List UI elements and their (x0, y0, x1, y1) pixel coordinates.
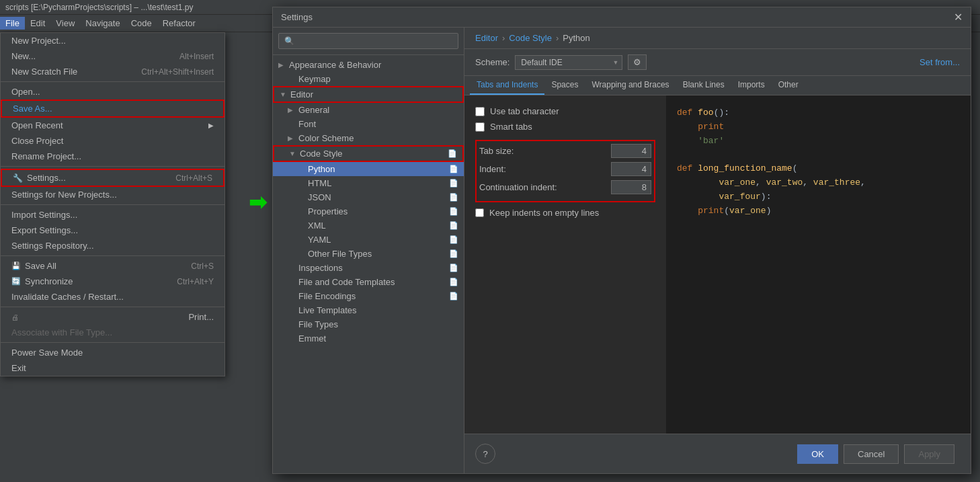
code-line-8: print(var_one) (677, 204, 960, 218)
menu-settings-repo[interactable]: Settings Repository... (1, 238, 224, 253)
smart-tabs-checkbox[interactable] (475, 122, 485, 132)
xml-copy-icon: 📄 (449, 221, 458, 230)
tree-item-general[interactable]: ▶ General (273, 103, 464, 117)
tree-item-appearance[interactable]: ▶ Appearance & Behavior (273, 58, 464, 72)
menu-file[interactable]: File (0, 17, 25, 30)
continuation-input[interactable] (611, 180, 651, 194)
smart-tabs-label: Smart tabs (490, 122, 532, 132)
menu-save-as[interactable]: Save As... (1, 99, 224, 118)
set-from-button[interactable]: Set from... (920, 57, 960, 67)
tree-item-json[interactable]: JSON 📄 (273, 190, 464, 204)
breadcrumb-sep-2: › (556, 33, 559, 43)
print-icon: 🖨 (11, 313, 19, 321)
save-all-icon: 💾 (11, 262, 21, 270)
tree-item-font[interactable]: Font (273, 117, 464, 131)
keep-indents-checkbox[interactable] (475, 208, 484, 217)
tree-item-file-encodings[interactable]: File Encodings 📄 (273, 289, 464, 303)
tree-item-live-templates[interactable]: Live Templates (273, 303, 464, 317)
tree-item-keymap[interactable]: Keymap (273, 72, 464, 86)
continuation-row: Continuation indent: (479, 180, 651, 194)
tree-item-editor[interactable]: ▼ Editor (273, 86, 464, 103)
settings-tabs: Tabs and Indents Spaces Wrapping and Bra… (464, 76, 971, 95)
tree-item-emmet[interactable]: Emmet (273, 331, 464, 346)
inspections-copy-icon: 📄 (449, 264, 458, 272)
continuation-label: Continuation indent: (479, 182, 611, 192)
menu-save-all[interactable]: 💾 Save All Ctrl+S (1, 258, 224, 274)
breadcrumb-python: Python (563, 33, 589, 43)
breadcrumb-code-style[interactable]: Code Style (509, 33, 552, 43)
indent-label: Indent: (479, 164, 611, 174)
indent-panel: Use tab character Smart tabs Tab size: (464, 95, 666, 434)
sync-icon: 🔄 (11, 277, 21, 286)
tab-wrapping[interactable]: Wrapping and Braces (585, 76, 676, 95)
tab-imports[interactable]: Imports (731, 76, 772, 95)
menu-synchronize[interactable]: 🔄 Synchronize Ctrl+Alt+Y (1, 274, 224, 289)
menu-close-project[interactable]: Close Project (1, 133, 224, 149)
menu-settings-new[interactable]: Settings for New Projects... (1, 187, 224, 202)
indent-input[interactable] (611, 162, 651, 176)
tree-item-python[interactable]: Python 📄 (273, 162, 464, 176)
settings-close-button[interactable]: ✕ (954, 11, 963, 24)
apply-button[interactable]: Apply (904, 444, 954, 464)
divider-2 (1, 166, 224, 167)
breadcrumb-editor[interactable]: Editor (475, 33, 498, 43)
scheme-gear-button[interactable]: ⚙ (628, 54, 647, 70)
expand-icon-code-style: ▼ (289, 150, 298, 157)
settings-search-input[interactable] (278, 33, 458, 49)
menu-power-save[interactable]: Power Save Mode (1, 345, 224, 360)
expand-icon-color-scheme: ▶ (288, 134, 297, 142)
menu-refactor[interactable]: Refactor (157, 17, 201, 30)
settings-right-panel: Editor › Code Style › Python Scheme: Def… (464, 28, 971, 473)
menu-new-project[interactable]: New Project... (1, 33, 224, 48)
tab-tabs-indents[interactable]: Tabs and Indents (470, 76, 544, 95)
cancel-button[interactable]: Cancel (844, 444, 899, 464)
tree-item-color-scheme[interactable]: ▶ Color Scheme (273, 131, 464, 145)
smart-tabs-row: Smart tabs (475, 122, 655, 132)
tree-item-xml[interactable]: XML 📄 (273, 218, 464, 233)
breadcrumb-sep-1: › (502, 33, 505, 43)
indent-fields-group: Tab size: Indent: Continuation indent: (475, 140, 655, 202)
settings-wrench-icon: 🔧 (13, 173, 23, 183)
menu-rename-project[interactable]: Rename Project... (1, 149, 224, 164)
tree-item-yaml[interactable]: YAML 📄 (273, 233, 464, 247)
menu-new-scratch[interactable]: New Scratch File Ctrl+Alt+Shift+Insert (1, 64, 224, 79)
menu-open[interactable]: Open... (1, 84, 224, 99)
tree-item-html[interactable]: HTML 📄 (273, 176, 464, 190)
menu-navigate[interactable]: Navigate (80, 17, 125, 30)
tree-item-file-code-templates[interactable]: File and Code Templates 📄 (273, 275, 464, 289)
use-tab-checkbox[interactable] (475, 107, 485, 116)
tab-size-label: Tab size: (479, 146, 611, 156)
menu-settings[interactable]: 🔧 Settings... Ctrl+Alt+S (1, 169, 224, 187)
tree-item-code-style[interactable]: ▼ Code Style 📄 (273, 145, 464, 162)
menu-open-recent[interactable]: Open Recent ▶ (1, 118, 224, 133)
menu-view[interactable]: View (50, 17, 80, 30)
menu-export-settings[interactable]: Export Settings... (1, 223, 224, 238)
tab-spaces[interactable]: Spaces (544, 76, 585, 95)
json-copy-icon: 📄 (449, 193, 458, 202)
menu-new[interactable]: New... Alt+Insert (1, 48, 224, 64)
code-style-copy-icon: 📄 (448, 149, 457, 158)
tree-item-properties[interactable]: Properties 📄 (273, 204, 464, 218)
code-line-6: var_one, var_two, var_three, (677, 176, 960, 190)
menu-print[interactable]: 🖨 Print... (1, 309, 224, 325)
ok-button[interactable]: OK (797, 444, 838, 464)
settings-help-button[interactable]: ? (475, 444, 495, 464)
menu-code[interactable]: Code (126, 17, 157, 30)
tab-blank-lines[interactable]: Blank Lines (676, 76, 731, 95)
expand-icon-appearance: ▶ (278, 61, 288, 69)
scheme-dropdown[interactable]: Default IDE (515, 55, 622, 70)
menu-edit[interactable]: Edit (25, 17, 50, 30)
menu-import-settings[interactable]: Import Settings... (1, 207, 224, 223)
tree-item-other-file-types[interactable]: Other File Types 📄 (273, 247, 464, 261)
divider-5 (1, 307, 224, 307)
tab-other[interactable]: Other (772, 76, 805, 95)
menu-invalidate[interactable]: Invalidate Caches / Restart... (1, 289, 224, 305)
tree-item-inspections[interactable]: Inspections 📄 (273, 261, 464, 275)
settings-titlebar: Settings ✕ (273, 7, 971, 28)
tab-size-input[interactable] (611, 144, 651, 158)
tree-item-file-types[interactable]: File Types (273, 317, 464, 331)
settings-tree: ▶ Appearance & Behavior Keymap ▼ Editor … (273, 55, 464, 473)
settings-bottom-bar: ? OK Cancel Apply (464, 434, 971, 473)
menu-exit[interactable]: Exit (1, 360, 224, 376)
code-line-blank (677, 148, 960, 162)
